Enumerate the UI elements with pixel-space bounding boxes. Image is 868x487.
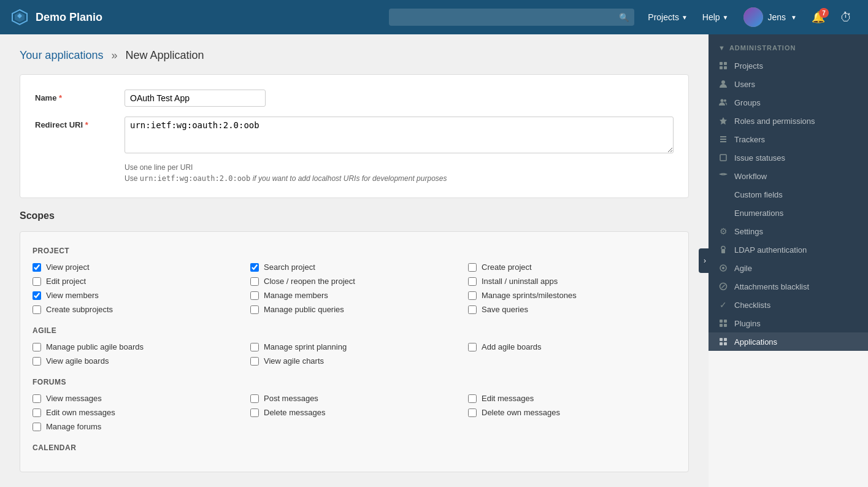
scope-manage-forums-checkbox[interactable] [33,423,41,431]
sidebar-enumerations-label: Enumerations [734,209,783,218]
sidebar-item-attachments-blacklist[interactable]: Attachments blacklist [709,277,868,296]
scope-manage-public-queries-label: Manage public queries [264,305,344,314]
name-required: * [59,93,62,102]
clock-button[interactable]: ⏱ [834,7,858,28]
app-logo[interactable]: Demo Planio [10,7,102,27]
scope-view-agile-charts: View agile charts [250,356,458,366]
svg-point-5 [721,99,724,102]
scope-post-messages-label: Post messages [264,394,318,403]
sidebar-item-projects[interactable]: Projects [709,56,868,75]
scope-view-messages-label: View messages [46,394,102,403]
scope-manage-sprint-planning-checkbox[interactable] [250,343,259,351]
trackers-icon [718,134,728,144]
sidebar-toggle-button[interactable]: › [699,248,711,273]
scope-close-reopen: Close / reopen the project [250,277,458,286]
scope-view-messages-checkbox[interactable] [33,394,41,403]
name-input[interactable] [125,90,266,107]
scope-delete-messages-checkbox[interactable] [250,408,259,417]
sidebar-projects-label: Projects [734,61,763,71]
sidebar-item-roles[interactable]: Roles and permissions [709,112,868,130]
sidebar-item-trackers[interactable]: Trackers [709,130,868,148]
sidebar-item-groups[interactable]: Groups [709,93,868,112]
scope-create-project-checkbox[interactable] [468,263,477,272]
scope-delete-own-messages: Delete own messages [468,408,676,417]
scope-search-project-checkbox[interactable] [250,263,259,272]
sidebar-settings-label: Settings [734,227,763,236]
scope-install-apps: Install / uninstall apps [468,277,676,286]
svg-rect-3 [724,66,727,69]
scope-create-project: Create project [468,263,676,272]
scope-save-queries-checkbox[interactable] [468,305,477,314]
scope-edit-own-messages-label: Edit own messages [46,408,115,417]
scope-manage-members-checkbox[interactable] [250,291,259,300]
app-header: Demo Planio 🔍 Projects ▼ Help ▼ Jens ▼ [0,0,868,34]
sidebar-attachments-blacklist-label: Attachments blacklist [734,282,809,291]
breadcrumb-link[interactable]: Your applications [20,49,103,61]
form-card: Name * Redirect URI * urn:ietf:wg:oauth:… [20,74,689,198]
scope-view-agile-boards-checkbox[interactable] [33,357,41,366]
sidebar-item-agile[interactable]: Agile [709,259,868,277]
scope-view-agile-boards: View agile boards [33,356,240,366]
svg-point-6 [724,99,726,102]
redirect-uri-required: * [85,120,88,129]
sidebar-item-workflow[interactable]: Workflow [709,167,868,185]
projects-nav-item[interactable]: Projects ▼ [642,9,693,26]
user-nav-item[interactable]: Jens ▼ [737,4,803,31]
scope-edit-messages-checkbox[interactable] [468,394,477,403]
sidebar-plugins-label: Plugins [734,319,761,328]
search-icon[interactable]: 🔍 [619,13,629,22]
sidebar-item-checklists[interactable]: ✓ Checklists [709,296,868,314]
projects-chevron-icon: ▼ [682,14,688,21]
scope-add-agile-boards-checkbox[interactable] [468,343,477,351]
sidebar-wrapper: › ▼ ADMINISTRATION Projects Users [709,34,868,487]
scope-create-subprojects: Create subprojects [33,305,240,314]
scope-post-messages-checkbox[interactable] [250,394,259,403]
scope-search-project: Search project [250,263,458,272]
sidebar-item-issue-statuses[interactable]: Issue statuses [709,148,868,167]
scope-edit-project-checkbox[interactable] [33,277,41,286]
scope-manage-sprints-checkbox[interactable] [468,291,477,300]
scope-manage-sprints-label: Manage sprints/milestones [482,291,577,300]
sidebar-item-settings[interactable]: ⚙ Settings [709,222,868,240]
notification-button[interactable]: 🔔 7 [805,7,831,28]
calendar-section-title: CALENDAR [33,443,676,452]
hint2-code: urn:ietf:wg:oauth:2.0:oob [140,174,251,183]
sidebar-item-plugins[interactable]: Plugins [709,314,868,332]
scope-install-apps-checkbox[interactable] [468,277,477,286]
scope-create-subprojects-checkbox[interactable] [33,305,41,314]
scope-view-project: View project [33,263,240,272]
scope-manage-public-agile: Manage public agile boards [33,342,240,351]
scope-manage-public-agile-checkbox[interactable] [33,343,41,351]
scope-close-reopen-checkbox[interactable] [250,277,259,286]
scope-view-project-checkbox[interactable] [33,263,41,272]
hint1: Use one line per URI [125,163,674,172]
sidebar-item-custom-fields[interactable]: Custom fields [709,185,868,204]
help-nav-item[interactable]: Help ▼ [696,9,735,26]
sidebar-item-enumerations[interactable]: Enumerations [709,204,868,222]
redirect-uri-input[interactable]: urn:ietf:wg:oauth:2.0:oob [125,117,674,153]
sidebar-workflow-label: Workflow [734,172,767,181]
projects-nav-label: Projects [648,12,679,22]
scope-manage-public-queries-checkbox[interactable] [250,305,259,314]
search-input[interactable] [389,9,634,26]
scope-manage-members: Manage members [250,291,458,300]
sidebar-item-users[interactable]: Users [709,75,868,93]
sidebar-item-applications[interactable]: Applications [709,332,868,351]
sidebar-users-label: Users [734,80,755,89]
scope-save-queries: Save queries [468,305,676,314]
agile-section-title: AGILE [33,326,676,335]
scope-view-members-checkbox[interactable] [33,291,41,300]
scope-view-agile-charts-checkbox[interactable] [250,357,259,366]
project-section-title: PROJECT [33,247,676,255]
plugins-icon [718,318,728,328]
user-chevron-icon: ▼ [791,14,797,21]
scope-view-agile-boards-label: View agile boards [46,356,109,366]
scope-view-members: View members [33,291,240,300]
sidebar-item-ldap[interactable]: LDAP authentication [709,240,868,259]
scope-delete-own-messages-checkbox[interactable] [468,408,477,417]
hint2: Use urn:ietf:wg:oauth:2.0:oob if you wan… [125,174,674,183]
scope-save-queries-label: Save queries [482,305,528,314]
scope-add-agile-boards-label: Add agile boards [482,342,542,351]
scope-delete-messages-label: Delete messages [264,408,325,417]
scope-edit-own-messages-checkbox[interactable] [33,408,41,417]
